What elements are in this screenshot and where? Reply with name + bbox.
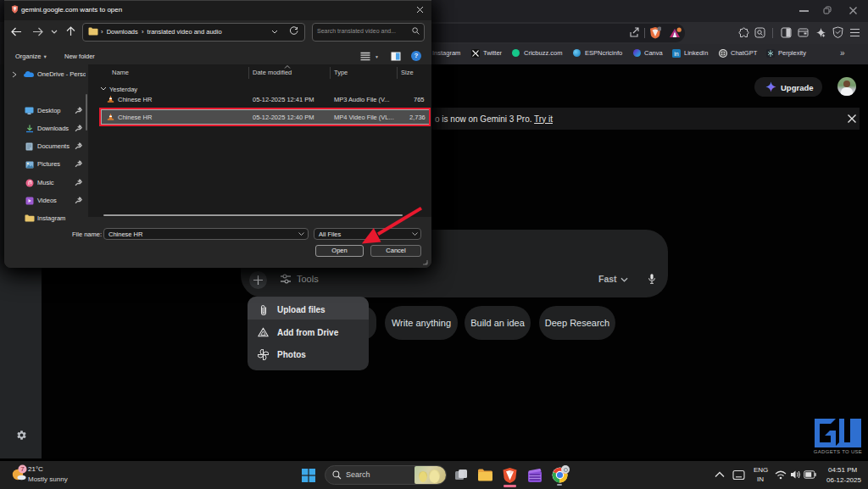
svg-text:in: in [674, 51, 679, 57]
svg-text:7: 7 [20, 465, 25, 473]
svg-text:GADGETS TO USE: GADGETS TO USE [814, 449, 862, 454]
